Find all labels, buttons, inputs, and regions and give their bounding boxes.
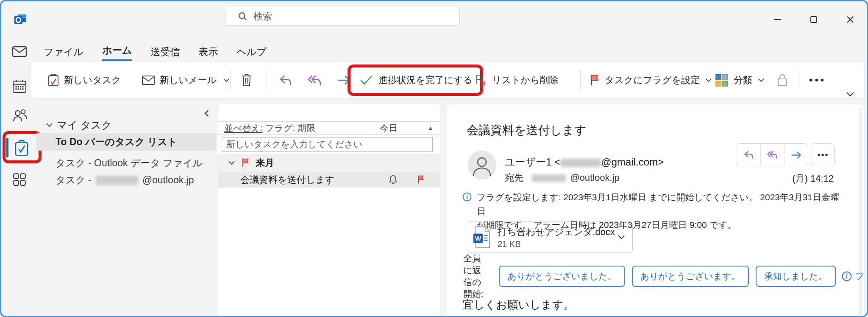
sidebar-item-outlook-jp[interactable]: タスク - @outlook.jp <box>56 174 194 187</box>
forward-button[interactable] <box>337 75 351 86</box>
sort-ascending-icon[interactable]: ▲ <box>428 125 433 131</box>
new-mail-label: 新しいメール <box>160 74 217 87</box>
rail-apps-icon[interactable] <box>12 172 27 187</box>
range-filter-today[interactable]: 今日 <box>376 122 398 134</box>
message-date: (月) 14:12 <box>744 172 834 185</box>
reply-all-button[interactable] <box>761 144 785 166</box>
new-mail-button[interactable]: 新しいメール <box>142 74 229 87</box>
chevron-down-icon <box>228 161 235 165</box>
new-task-icon <box>48 74 59 87</box>
ribbon-toolbar: 新しいタスク 新しいメール <box>31 62 864 98</box>
reply-all-icon <box>308 74 322 86</box>
attachment-size: 21 KB <box>498 239 615 249</box>
reply-all-button[interactable] <box>308 74 322 86</box>
sidebar-group-label: マイ タスク <box>57 118 111 132</box>
sort-by-link[interactable]: 並べ替え: <box>224 122 263 134</box>
check-icon <box>360 75 373 85</box>
message-more-button[interactable]: ••• <box>812 143 835 166</box>
attachment-name: 打ち合わせアジェンダ.docx <box>498 226 615 238</box>
sidebar-item-outlook-data-file[interactable]: タスク - Outlook データ ファイル <box>56 157 203 170</box>
word-file-icon: W <box>473 226 491 249</box>
sender-domain: @gmail.com> <box>601 156 664 168</box>
attachment-chevron-icon[interactable] <box>618 235 625 239</box>
sender-name: ユーザー1 < <box>505 156 560 168</box>
sort-header[interactable]: 並べ替え: フラグ: 期限 今日 ▲ <box>218 121 440 135</box>
flag-task-label: タスクにフラグを設定 <box>605 74 700 87</box>
toolbar-divider <box>799 70 799 91</box>
feedback-link-truncated[interactable]: フ <box>855 270 865 282</box>
flag-remove-icon <box>475 74 487 87</box>
toolbar-divider <box>580 70 581 91</box>
attachment-chip[interactable]: W 打ち合わせアジェンダ.docx 21 KB <box>467 222 633 253</box>
suggested-reply-1[interactable]: ありがとうございました。 <box>499 266 625 287</box>
reply-button[interactable] <box>279 74 292 86</box>
menu-view[interactable]: 表示 <box>198 45 218 61</box>
menu-home[interactable]: ホーム <box>102 44 132 61</box>
chevron-down-icon <box>706 79 712 82</box>
sidebar-item-label-suffix: @outlook.jp <box>142 174 194 186</box>
menu-help[interactable]: ヘルプ <box>236 45 267 61</box>
sidebar-item-todo-bar-list[interactable]: To Do バーのタスク リスト <box>36 133 216 151</box>
sidebar-item-label: To Do バーのタスク リスト <box>56 135 178 149</box>
new-task-button[interactable]: 新しいタスク <box>48 74 121 87</box>
chevron-down-icon <box>223 79 229 82</box>
menubar: ファイル ホーム 送受信 表示 ヘルプ <box>44 44 267 61</box>
svg-text:W: W <box>475 235 481 242</box>
lock-button[interactable] <box>776 73 789 87</box>
task-list-pane: 並べ替え: フラグ: 期限 今日 ▲ 新しいタスクを入力してください 来月 会議… <box>218 104 440 317</box>
forward-icon <box>337 75 351 86</box>
redacted-recipient <box>532 174 566 182</box>
menu-file[interactable]: ファイル <box>44 45 83 61</box>
message-subject: 会議資料を送付します <box>467 122 587 138</box>
suggested-reply-3[interactable]: 承知しました。 <box>756 266 836 287</box>
new-task-input[interactable]: 新しいタスクを入力してください <box>222 137 433 151</box>
rail-tasks-icon[interactable] <box>14 140 30 157</box>
new-task-placeholder: 新しいタスクを入力してください <box>226 138 362 150</box>
sender-avatar[interactable] <box>467 151 496 180</box>
to-label: 宛先 <box>505 172 523 183</box>
suggestions-info-icon[interactable] <box>842 271 852 281</box>
rail-people-icon[interactable] <box>12 108 28 123</box>
rail-mail-icon[interactable] <box>12 46 27 57</box>
search-icon <box>238 12 248 21</box>
chevron-down-icon <box>758 79 764 82</box>
rail-selection-bar <box>6 138 8 157</box>
suggested-reply-2[interactable]: ありがとうございます。 <box>632 266 749 287</box>
search-placeholder: 検索 <box>253 10 272 23</box>
remove-from-list-button[interactable]: リストから削除 <box>475 74 559 87</box>
chevron-down-icon <box>46 123 53 127</box>
toolbar-divider <box>267 70 267 91</box>
maximize-button[interactable] <box>805 11 822 28</box>
quick-action-group <box>737 143 808 166</box>
reply-button[interactable] <box>737 144 761 166</box>
rail-calendar-icon[interactable] <box>12 79 27 93</box>
menu-sendreceive[interactable]: 送受信 <box>150 45 180 61</box>
minimize-button[interactable] <box>769 11 786 28</box>
sort-value: フラグ: 期限 <box>263 122 315 134</box>
categorize-label: 分類 <box>734 74 752 87</box>
toolbar-overflow-button[interactable]: ••• <box>809 74 826 86</box>
collapse-pane-chevron[interactable] <box>204 110 209 117</box>
complete-progress-button[interactable]: 進捗状況を完了にする <box>351 67 480 93</box>
delete-button[interactable] <box>241 74 252 87</box>
categorize-button[interactable]: 分類 <box>715 73 764 87</box>
attachment-meta: 打ち合わせアジェンダ.docx 21 KB <box>498 226 615 249</box>
sidebar-group-mytasks[interactable]: マイ タスク <box>46 118 111 132</box>
lock-icon <box>776 73 789 87</box>
toolbar-divider <box>230 70 231 91</box>
search-input[interactable]: 検索 <box>226 7 460 26</box>
sender-line: ユーザー1 <@gmail.com> <box>505 155 664 169</box>
sidebar-item-label: タスク - Outlook データ ファイル <box>56 157 203 170</box>
suggested-replies: 全員に返信の開始: ありがとうございました。 ありがとうございます。 承知しまし… <box>447 265 864 288</box>
ribbon-expand-chevron[interactable] <box>846 92 854 97</box>
new-task-label: 新しいタスク <box>64 74 121 87</box>
forward-button[interactable] <box>785 144 808 166</box>
task-group-next-month[interactable]: 来月 <box>218 154 440 172</box>
redacted-account-name <box>96 176 138 185</box>
flag-task-button[interactable]: タスクにフラグを設定 <box>590 74 712 87</box>
sidebar-item-label-prefix: タスク - <box>56 174 92 187</box>
task-row[interactable]: 会議資料を送付します <box>218 172 440 188</box>
close-button[interactable] <box>842 11 859 28</box>
task-flag-icon[interactable] <box>417 175 425 185</box>
trash-icon <box>241 74 252 87</box>
